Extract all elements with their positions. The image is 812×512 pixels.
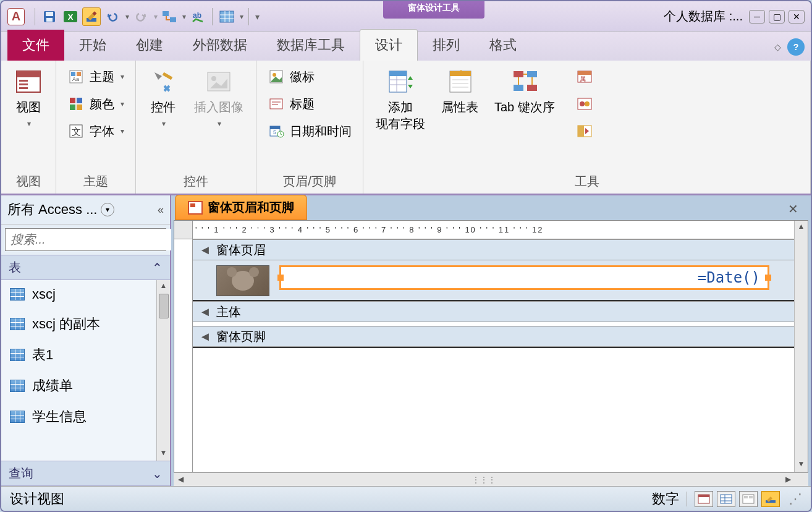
- tab-design[interactable]: 设计: [360, 29, 418, 61]
- scroll-down-icon[interactable]: ▼: [796, 459, 807, 471]
- scroll-up-icon[interactable]: ▲: [796, 222, 807, 233]
- design-view-button[interactable]: [761, 491, 780, 507]
- datasheet-view-button[interactable]: [717, 491, 735, 507]
- design-view-icon[interactable]: [82, 7, 101, 26]
- scroll-down-icon[interactable]: ▼: [158, 448, 169, 459]
- form-design-canvas[interactable]: ◄ 窗体页眉 =Date() ◄ 主体 ◄: [193, 239, 794, 472]
- close-button[interactable]: ✕: [789, 10, 805, 23]
- table-item[interactable]: xscj: [1, 280, 156, 309]
- colors-button[interactable]: 颜色 ▾: [64, 93, 128, 115]
- form-footer-section-bar[interactable]: ◄ 窗体页脚: [193, 326, 794, 347]
- table-item[interactable]: 表1: [1, 339, 156, 370]
- navpane-dropdown-icon[interactable]: ▾: [101, 203, 114, 216]
- convert-macros-button[interactable]: [572, 120, 597, 142]
- svg-rect-10: [220, 11, 234, 22]
- date-textbox[interactable]: =Date(): [279, 265, 769, 290]
- code-button[interactable]: [572, 93, 597, 115]
- document-tab[interactable]: 窗体页眉和页脚: [175, 195, 307, 220]
- svg-text:5: 5: [273, 129, 276, 135]
- property-sheet-button[interactable]: 属性表: [436, 66, 483, 118]
- datasheet-dropdown-icon[interactable]: ▾: [240, 12, 243, 21]
- datasheet-icon[interactable]: [218, 7, 236, 26]
- form-body-section-bar[interactable]: ◄ 主体: [193, 301, 794, 322]
- qat-customize-icon[interactable]: ▾: [255, 12, 260, 22]
- ruler-corner[interactable]: [174, 221, 193, 239]
- navpane-header[interactable]: 所有 Access ... ▾ «: [1, 195, 170, 224]
- ribbon-collapse-icon[interactable]: ◇: [774, 42, 781, 52]
- scroll-grip-icon[interactable]: ⋮⋮⋮: [472, 476, 496, 484]
- add-existing-fields-button[interactable]: 添加 现有字段: [371, 66, 430, 135]
- minimize-button[interactable]: ─: [749, 10, 765, 23]
- horizontal-ruler[interactable]: ' ' ' 1 ' ' ' 2 ' ' ' 3 ' ' ' 4 ' ' ' 5 …: [193, 221, 794, 239]
- canvas-vertical-scrollbar[interactable]: ▲ ▼: [794, 221, 808, 472]
- svg-rect-19: [19, 87, 28, 89]
- tools-group-label: 工具: [371, 171, 803, 192]
- tab-arrange[interactable]: 排列: [418, 30, 475, 61]
- relationships-dropdown-icon[interactable]: ▾: [182, 12, 186, 21]
- save-icon[interactable]: [40, 7, 59, 26]
- tab-external-data[interactable]: 外部数据: [178, 30, 262, 61]
- form-footer-label: 窗体页脚: [216, 328, 266, 345]
- resize-grip-icon[interactable]: ⋰: [789, 491, 802, 507]
- form-view-button[interactable]: [695, 491, 713, 507]
- insert-image-button[interactable]: 插入图像 ▾: [189, 66, 248, 130]
- status-mode-label: 数字: [652, 490, 679, 508]
- logo-image[interactable]: [216, 265, 269, 296]
- navpane-collapse-icon[interactable]: «: [158, 203, 164, 216]
- title-button[interactable]: 标题: [264, 93, 355, 115]
- fonts-button[interactable]: 文 字体 ▾: [64, 120, 128, 142]
- nav-section-tables[interactable]: 表 ⌃: [1, 255, 170, 280]
- maximize-button[interactable]: ▢: [769, 10, 785, 23]
- navpane-scrollbar[interactable]: ▲ ▼: [156, 280, 170, 461]
- nav-section-queries[interactable]: 查询 ⌄: [1, 461, 170, 486]
- undo-icon[interactable]: [103, 7, 122, 26]
- tab-file[interactable]: 文件: [7, 30, 64, 61]
- themes-button[interactable]: Aa 主题 ▾: [64, 66, 128, 88]
- table-item[interactable]: 成绩单: [1, 370, 156, 401]
- spelling-icon[interactable]: ab: [188, 7, 207, 26]
- design-canvas-wrap: ' ' ' 1 ' ' ' 2 ' ' ' 3 ' ' ' 4 ' ' ' 5 …: [174, 220, 808, 472]
- scroll-left-icon[interactable]: ◀: [174, 473, 187, 486]
- svg-rect-56: [578, 71, 591, 75]
- subform-button[interactable]: 属: [572, 66, 597, 88]
- canvas-horizontal-scrollbar[interactable]: ◀ ⋮⋮⋮ ▶: [174, 472, 808, 486]
- form-header-section-bar[interactable]: ◄ 窗体页眉: [193, 239, 794, 260]
- vertical-ruler[interactable]: [174, 239, 193, 472]
- tab-format[interactable]: 格式: [475, 30, 531, 61]
- redo-icon[interactable]: [132, 7, 150, 26]
- svg-rect-73: [749, 496, 753, 498]
- svg-text:X: X: [68, 12, 74, 22]
- layout-view-button[interactable]: [739, 491, 758, 507]
- table-icon: [10, 288, 25, 301]
- view-button[interactable]: 视图 ▾: [9, 66, 48, 130]
- tab-order-button[interactable]: Tab 键次序: [489, 66, 560, 118]
- undo-dropdown-icon[interactable]: ▾: [125, 12, 129, 21]
- search-input[interactable]: [6, 229, 173, 250]
- scroll-right-icon[interactable]: ▶: [781, 473, 795, 486]
- ribbon: 视图 ▾ 视图 Aa 主题 ▾ 颜色 ▾ 文 字体: [1, 61, 811, 195]
- tab-home[interactable]: 开始: [64, 30, 121, 61]
- database-title: 个人数据库 :...: [664, 8, 743, 25]
- logo-button[interactable]: 徽标: [264, 66, 355, 88]
- date-time-button[interactable]: 5 日期和时间: [264, 120, 355, 142]
- view-group-label: 视图: [9, 171, 48, 192]
- controls-label: 控件: [151, 99, 176, 116]
- table-item[interactable]: xscj 的副本: [1, 309, 156, 339]
- relationships-icon[interactable]: [160, 7, 179, 26]
- controls-button[interactable]: 控件 ▾: [143, 66, 183, 130]
- scroll-thumb[interactable]: [159, 294, 169, 318]
- svg-rect-16: [17, 71, 40, 77]
- svg-rect-66: [698, 495, 709, 497]
- excel-export-icon[interactable]: X: [61, 7, 80, 26]
- redo-dropdown-icon[interactable]: ▾: [154, 12, 158, 21]
- table-item[interactable]: 学生信息: [1, 401, 156, 432]
- form-header-area[interactable]: =Date(): [193, 260, 794, 301]
- tab-database-tools[interactable]: 数据库工具: [262, 30, 360, 61]
- scroll-up-icon[interactable]: ▲: [158, 281, 169, 292]
- help-icon[interactable]: ?: [787, 38, 805, 56]
- logo-label: 徽标: [290, 69, 315, 85]
- form-footer-area[interactable]: [193, 347, 794, 421]
- section-arrow-icon: ◄: [199, 243, 211, 257]
- document-close-icon[interactable]: ✕: [779, 198, 807, 220]
- tab-create[interactable]: 创建: [121, 30, 178, 61]
